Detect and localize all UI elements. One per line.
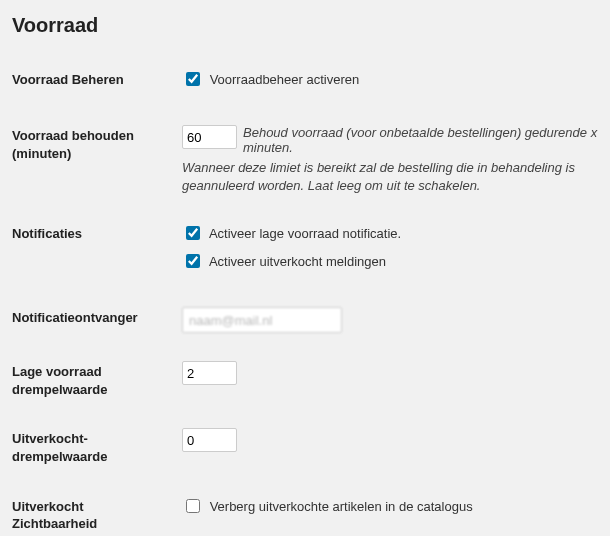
out-threshold-input[interactable] [182, 428, 237, 452]
label-hold-stock: Voorraad behouden (minuten) [12, 111, 182, 209]
low-threshold-input[interactable] [182, 361, 237, 385]
settings-table: Voorraad Beheren Voorraadbeheer activere… [12, 55, 598, 536]
row-recipient: Notificatieontvanger [12, 293, 598, 347]
low-stock-notif-wrapper[interactable]: Activeer lage voorraad notificatie. [182, 223, 598, 243]
row-out-threshold: Uitverkocht-drempelwaarde [12, 414, 598, 481]
hold-stock-desc-block: Wanneer deze limiet is bereikt zal de be… [182, 159, 598, 195]
low-stock-notif-label: Activeer lage voorraad notificatie. [209, 226, 401, 241]
label-recipient: Notificatieontvanger [12, 293, 182, 347]
row-out-visibility: Uitverkocht Zichtbaarheid Verberg uitver… [12, 482, 598, 536]
manage-stock-cb-label: Voorraadbeheer activeren [210, 72, 360, 87]
recipient-input[interactable] [182, 307, 342, 333]
out-visibility-cb-label: Verberg uitverkochte artikelen in de cat… [210, 499, 473, 514]
oos-notif-checkbox[interactable] [186, 254, 200, 268]
hold-stock-desc-inline: Behoud voorraad (voor onbetaalde bestell… [243, 125, 598, 155]
hold-stock-input[interactable] [182, 125, 237, 149]
manage-stock-checkbox[interactable] [186, 72, 200, 86]
row-manage-stock: Voorraad Beheren Voorraadbeheer activere… [12, 55, 598, 111]
row-hold-stock: Voorraad behouden (minuten) Behoud voorr… [12, 111, 598, 209]
label-out-threshold: Uitverkocht-drempelwaarde [12, 414, 182, 481]
label-notifications: Notificaties [12, 209, 182, 293]
label-out-visibility: Uitverkocht Zichtbaarheid [12, 482, 182, 536]
out-visibility-checkbox[interactable] [186, 499, 200, 513]
row-notifications: Notificaties Activeer lage voorraad noti… [12, 209, 598, 293]
manage-stock-wrapper[interactable]: Voorraadbeheer activeren [182, 69, 598, 89]
out-visibility-wrapper[interactable]: Verberg uitverkochte artikelen in de cat… [182, 496, 598, 516]
label-manage-stock: Voorraad Beheren [12, 55, 182, 111]
low-stock-notif-checkbox[interactable] [186, 226, 200, 240]
oos-notif-wrapper[interactable]: Activeer uitverkocht meldingen [182, 251, 598, 271]
page-title: Voorraad [12, 14, 598, 37]
oos-notif-label: Activeer uitverkocht meldingen [209, 254, 386, 269]
label-low-threshold: Lage voorraad drempelwaarde [12, 347, 182, 414]
row-low-threshold: Lage voorraad drempelwaarde [12, 347, 598, 414]
